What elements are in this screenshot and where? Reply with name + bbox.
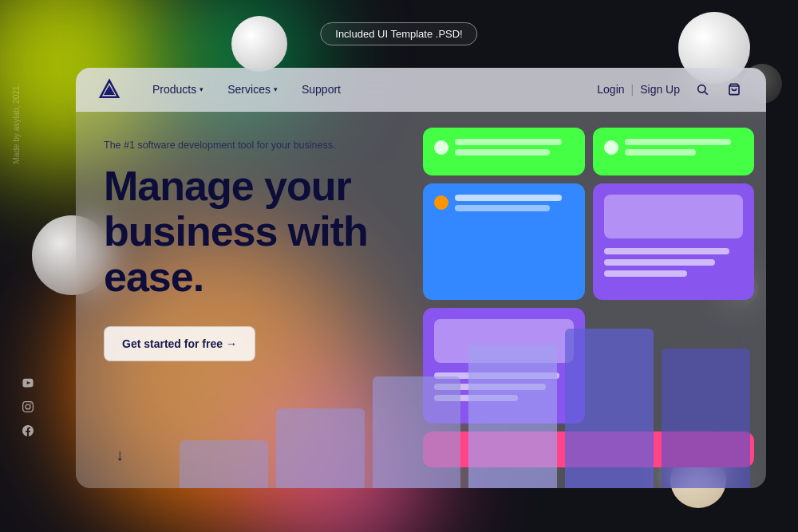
login-link[interactable]: Login [597,83,624,96]
panel-blue-line-1 [455,195,562,201]
hero-subtitle: The #1 software development tool for you… [104,140,383,151]
nav-support-label: Support [302,83,341,96]
panel-green-1 [423,128,585,175]
hero-title: Manage your business with ease. [104,164,383,301]
youtube-icon[interactable] [22,377,34,388]
scroll-indicator: ↓ [116,446,124,464]
nav-services[interactable]: Services ▾ [227,83,278,96]
panel-green-1-line-1 [455,139,562,145]
p1-line-1 [604,248,729,254]
products-chevron-icon: ▾ [200,85,203,93]
panel-blue-header [434,195,574,211]
auth-divider: | [631,83,634,96]
panel-green-1-line-2 [455,149,550,156]
nav-items: Products ▾ Services ▾ Support [152,83,597,96]
made-by-label: Made by asylab, 2021. [12,84,21,164]
instagram-icon[interactable] [22,401,34,412]
banner-pill: Included UI Template .PSD! [320,22,477,45]
signup-link[interactable]: Sign Up [640,83,680,96]
panel-green-2-header [604,139,744,156]
main-card: Products ▾ Services ▾ Support Login | Si… [76,68,766,488]
chart-bar-6 [662,349,750,488]
panel-blue-dot [434,195,448,210]
panel-purple-1-rect [604,195,744,238]
cta-button[interactable]: Get started for free → [104,326,255,361]
nav-products-label: Products [152,83,196,96]
services-chevron-icon: ▾ [274,85,278,93]
sphere-top-left [231,16,287,72]
panel-green-1-dot [434,140,448,155]
panel-green-1-header [434,139,574,156]
panel-purple-1 [593,183,755,300]
nav-right: Login | Sign Up [597,80,744,99]
panel-blue-line-2 [455,205,550,211]
facebook-icon[interactable] [22,425,34,436]
panel-purple-1-lines [604,245,744,280]
content-area: The #1 software development tool for you… [76,112,766,488]
panel-green-2-line-2 [625,149,696,156]
nav-services-label: Services [227,83,271,96]
scroll-down-icon: ↓ [116,446,124,464]
svg-line-3 [705,92,708,95]
banner-text: Included UI Template .PSD! [335,28,462,40]
panel-green-2 [593,128,755,175]
nav-products[interactable]: Products ▾ [152,83,203,96]
social-icons [22,377,34,436]
panel-green-2-line-1 [625,139,732,145]
chart-bar-5 [565,329,654,488]
panel-blue [423,183,585,300]
search-icon[interactable] [693,80,712,99]
cart-icon[interactable] [725,80,744,99]
panel-green-2-dot [604,140,618,155]
p1-line-2 [604,259,716,266]
navbar: Products ▾ Services ▾ Support Login | Si… [76,68,766,112]
p1-line-3 [604,270,688,277]
chart-bar-4 [468,345,557,488]
hero-text: The #1 software development tool for you… [76,112,411,488]
nav-support[interactable]: Support [302,83,341,96]
logo[interactable] [98,78,120,100]
nav-auth: Login | Sign Up [597,83,680,96]
svg-point-2 [698,85,705,93]
